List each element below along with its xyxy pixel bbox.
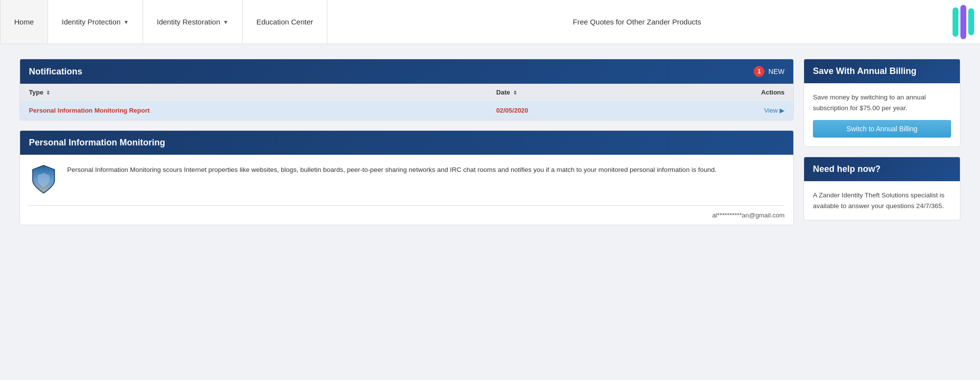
bar-icon-3	[968, 8, 974, 35]
chevron-down-icon: ▼	[123, 19, 129, 25]
notifications-card: Notifications 1 NEW Type ⇕ Date ⇕	[20, 59, 794, 120]
notifications-badge-area: 1 NEW	[754, 66, 784, 77]
save-billing-card: Save With Annual Billing Save money by s…	[804, 59, 960, 147]
switch-annual-billing-button[interactable]: Switch to Annual Billing	[813, 120, 951, 138]
save-billing-title: Save With Annual Billing	[813, 66, 916, 76]
col-type-header[interactable]: Type ⇕	[20, 84, 488, 101]
nav-bar-icons	[947, 0, 980, 44]
save-billing-text: Save money by switching to an annual sub…	[813, 94, 926, 112]
notification-action-cell: View ▶	[655, 101, 793, 120]
main-container: Notifications 1 NEW Type ⇕ Date ⇕	[0, 44, 980, 240]
pim-title: Personal Information Monitoring	[29, 138, 165, 148]
notifications-table-header-row: Type ⇕ Date ⇕ Actions	[20, 84, 793, 101]
need-help-header: Need help now?	[804, 157, 960, 181]
sort-icon-type: ⇕	[46, 90, 50, 95]
nav-identity-restoration-label: Identity Restoration	[157, 18, 220, 26]
need-help-card: Need help now? A Zander Identity Theft S…	[804, 157, 960, 220]
nav-identity-protection-label: Identity Protection	[62, 18, 121, 26]
sort-icon-date: ⇕	[513, 90, 517, 95]
notification-type-cell: Personal Information Monitoring Report	[20, 101, 488, 120]
notification-view-link[interactable]: View ▶	[764, 107, 784, 114]
notification-date-cell: 02/05/2020	[488, 101, 655, 120]
pim-header: Personal Information Monitoring	[20, 131, 793, 155]
nav-education-center-label: Education Center	[256, 18, 313, 26]
table-row: Personal Information Monitoring Report 0…	[20, 101, 793, 120]
notifications-badge: 1	[754, 66, 764, 77]
nav-home-label: Home	[14, 18, 34, 26]
col-date-header[interactable]: Date ⇕	[488, 84, 655, 101]
left-column: Notifications 1 NEW Type ⇕ Date ⇕	[20, 59, 794, 225]
navbar: Home Identity Protection ▼ Identity Rest…	[0, 0, 980, 44]
notifications-new-label: NEW	[768, 68, 784, 75]
nav-home[interactable]: Home	[0, 0, 48, 44]
notification-type-value[interactable]: Personal Information Monitoring Report	[29, 107, 149, 114]
chevron-down-icon: ▼	[223, 19, 228, 25]
shield-icon	[29, 165, 58, 195]
notifications-title: Notifications	[29, 67, 82, 77]
pim-description: Personal Information Monitoring scours I…	[67, 165, 716, 175]
col-actions-header: Actions	[655, 84, 793, 101]
right-column: Save With Annual Billing Save money by s…	[804, 59, 960, 225]
notifications-header: Notifications 1 NEW	[20, 59, 793, 84]
nav-free-quotes[interactable]: Free Quotes for Other Zander Products	[327, 0, 947, 44]
bar-icon-1	[953, 7, 958, 37]
need-help-title: Need help now?	[813, 164, 881, 174]
need-help-body: A Zander Identity Theft Solutions specia…	[804, 181, 960, 220]
bar-icon-2	[960, 5, 966, 39]
nav-identity-protection[interactable]: Identity Protection ▼	[48, 0, 143, 44]
nav-identity-restoration[interactable]: Identity Restoration ▼	[143, 0, 243, 44]
nav-free-quotes-label: Free Quotes for Other Zander Products	[573, 18, 701, 26]
pim-email-row: al**********an@gmail.com	[20, 206, 793, 225]
pim-card: Personal Information Monitoring	[20, 130, 794, 225]
need-help-text: A Zander Identity Theft Solutions specia…	[813, 191, 944, 210]
save-billing-header: Save With Annual Billing	[804, 59, 960, 83]
pim-body: Personal Information Monitoring scours I…	[20, 155, 793, 205]
pim-email-value: al**********an@gmail.com	[712, 212, 784, 219]
nav-education-center[interactable]: Education Center	[243, 0, 327, 44]
notification-date-value: 02/05/2020	[496, 107, 528, 114]
notifications-table: Type ⇕ Date ⇕ Actions	[20, 84, 793, 120]
save-billing-body: Save money by switching to an annual sub…	[804, 83, 960, 146]
